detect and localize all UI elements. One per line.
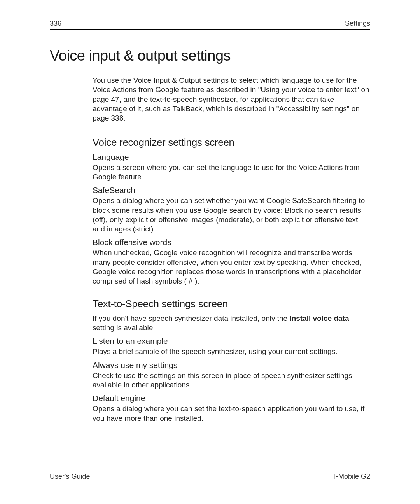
body-safesearch: Opens a dialog where you can set whether…: [93, 196, 370, 234]
tts-intro-pre: If you don't have speech synthesizer dat…: [93, 314, 289, 322]
tts-intro-post: setting is available.: [93, 324, 155, 332]
page-footer: User's Guide T-Mobile G2: [50, 472, 370, 481]
subheading-listen: Listen to an example: [93, 336, 370, 346]
subheading-language: Language: [93, 152, 370, 162]
section-heading-tts: Text-to-Speech settings screen: [93, 298, 370, 310]
page-number: 336: [50, 19, 61, 28]
section-heading-voice-recognizer: Voice recognizer settings screen: [93, 136, 370, 149]
subheading-default-engine: Default engine: [93, 394, 370, 403]
document-page: 336 Settings Voice input & output settin…: [0, 0, 420, 423]
page-header: 336 Settings: [50, 19, 370, 30]
tts-intro-bold: Install voice data: [289, 314, 349, 322]
subheading-block-offensive: Block offensive words: [93, 238, 370, 247]
page-title: Voice input & output settings: [50, 47, 370, 64]
subheading-always: Always use my settings: [93, 360, 370, 370]
body-language: Opens a screen where you can set the lan…: [93, 163, 370, 182]
footer-left: User's Guide: [50, 472, 90, 481]
tts-intro: If you don't have speech synthesizer dat…: [93, 314, 370, 333]
body-block-offensive: When unchecked, Google voice recognition…: [93, 248, 370, 286]
content-column: You use the Voice Input & Output setting…: [50, 76, 370, 423]
section-label: Settings: [345, 19, 370, 28]
footer-right: T-Mobile G2: [332, 472, 370, 481]
body-default-engine: Opens a dialog where you can set the tex…: [93, 404, 370, 423]
body-listen: Plays a brief sample of the speech synth…: [93, 347, 370, 356]
intro-paragraph: You use the Voice Input & Output setting…: [93, 76, 370, 123]
subheading-safesearch: SafeSearch: [93, 186, 370, 195]
body-always: Check to use the settings on this screen…: [93, 371, 370, 390]
